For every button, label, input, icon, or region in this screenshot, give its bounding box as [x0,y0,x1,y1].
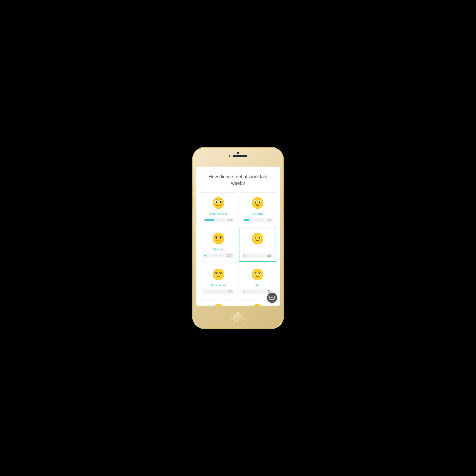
emoji-cheerful [251,196,264,210]
emotion-label-relaxed: Relaxed [213,248,224,251]
emotion-bar-track-bored [204,290,224,292]
mail-fab-button[interactable] [267,293,277,303]
emotion-card-cheerful[interactable]: Cheerful 30% [239,192,276,226]
emotion-bar-row-calm: 5% [242,253,273,258]
emotion-percent-calm: 5% [265,254,271,257]
emotion-card-anxious[interactable] [200,299,237,306]
svg-point-20 [215,237,218,238]
svg-point-21 [220,237,221,238]
emotion-bar-track-sad [243,290,263,292]
emotion-bar-track-calm [244,255,263,257]
emotion-label-enthusiastic: Enthusiastic [210,212,227,216]
emotion-bar-row-enthusiastic: 50% [203,218,234,223]
svg-point-16 [213,233,224,244]
emoji-enthusiastic [212,196,225,210]
mail-icon [270,296,275,300]
emotion-percent-enthusiastic: 50% [226,219,233,222]
emoji-bored [212,268,225,281]
emotion-label-cheerful: Cheerful [252,212,263,216]
emotion-card-enthusiastic[interactable]: Enthusiastic 50% [200,192,237,226]
emotion-card-sad[interactable]: Sad 5% [239,264,276,297]
emotion-bar-row-bored: 0% [203,289,234,294]
svg-point-36 [220,273,221,274]
emotion-card-bored[interactable]: Bored/tired 0% [200,264,237,297]
volume-mute-button [192,186,193,192]
emotion-bar-track-relaxed [204,255,224,256]
phone-screen: How did we feel at work last week? [196,167,280,306]
svg-point-7 [221,201,221,202]
emotion-bar-fill-calm [244,255,245,257]
sensor-dot [229,155,230,157]
svg-point-37 [252,269,263,280]
earpiece-speaker [233,155,247,157]
emotion-bar-row-sad: 5% [242,289,273,294]
svg-point-28 [255,238,256,238]
phone-device: How did we feel at work last week? [193,148,283,328]
svg-rect-68 [270,296,274,299]
screen-content: How did we feel at work last week? [196,167,280,306]
emotion-bar-fill-relaxed [204,255,206,256]
svg-point-44 [259,273,260,273]
front-camera [237,152,239,154]
emotion-bar-track-cheerful [243,219,263,221]
emotion-card-calm[interactable]: 5% [239,228,276,262]
emotion-label-calm [257,248,258,251]
svg-point-6 [217,201,217,202]
emoji-sad [251,268,264,281]
svg-point-43 [255,273,256,273]
emotion-bar-fill-sad [243,290,244,292]
emoji-calm [251,232,264,245]
emotion-label-sad: Sad [255,284,260,287]
svg-point-15 [259,201,260,202]
emotions-grid: Enthusiastic 50% [196,191,280,306]
svg-point-22 [252,233,263,245]
emoji-anxious [212,303,225,306]
power-button [283,195,284,212]
emotion-percent-bored: 0% [226,290,233,293]
emotion-bar-row-cheerful: 30% [242,218,273,223]
emoji-surprised [251,303,264,306]
phone-top-bar [229,152,247,157]
svg-point-31 [213,269,224,280]
emotion-bar-row-relaxed: 10% [203,253,234,258]
emotion-percent-relaxed: 10% [226,254,233,257]
emotion-percent-cheerful: 30% [265,219,272,222]
svg-point-27 [259,237,260,238]
home-button[interactable] [232,313,244,325]
emotion-bar-fill-cheerful [243,219,249,221]
svg-point-35 [215,273,218,274]
emotion-bar-fill-enthusiastic [204,219,214,221]
volume-button [192,195,193,206]
svg-point-8 [252,197,263,209]
emotion-card-relaxed[interactable]: Relaxed 10% [200,228,237,262]
svg-point-29 [260,238,260,238]
emotion-bar-track-enthusiastic [204,219,224,221]
emoji-relaxed [212,232,225,245]
svg-point-0 [213,197,224,209]
phone-frame: How did we feel at work last week? [193,148,283,328]
question-title: How did we feel at work last week? [196,167,280,191]
svg-point-14 [255,201,256,202]
emotion-label-bored: Bored/tired [211,284,226,287]
svg-point-26 [255,237,256,238]
